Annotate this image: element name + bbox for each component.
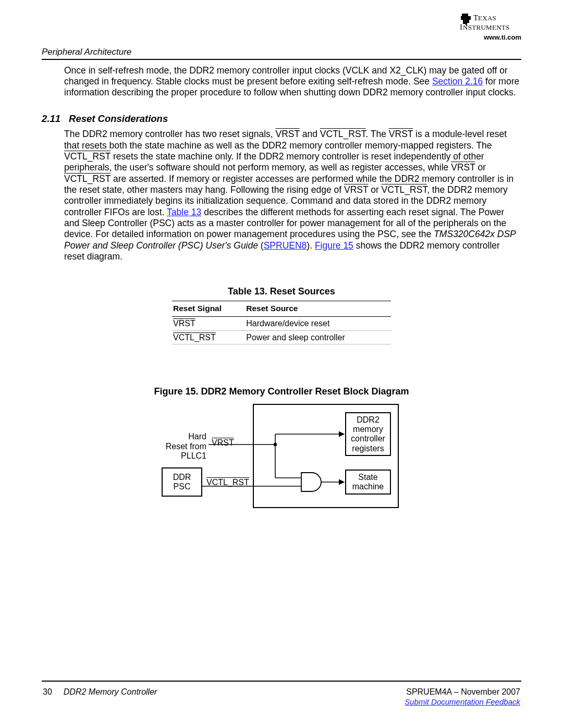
state-machine-box: State machine xyxy=(345,470,391,495)
svg-text:NSTRUMENTS: NSTRUMENTS xyxy=(463,23,510,31)
feedback-link[interactable]: Submit Documentation Feedback xyxy=(405,697,520,706)
vrst-label: VRST xyxy=(212,438,234,448)
svg-text:I: I xyxy=(460,23,462,31)
table-source-cell: Hardware/device reset xyxy=(245,317,391,331)
reset-block-diagram: DDR2 memory controller registers State m… xyxy=(162,402,401,511)
section-heading: 2.11 Reset Considerations xyxy=(42,113,521,125)
reset-sources-table: Reset Signal Reset Source VRST Hardware/… xyxy=(172,301,391,344)
table-signal-cell: VRST xyxy=(173,319,195,328)
table-signal-cell: VCTL_RST xyxy=(173,333,216,342)
footer-pub-id: SPRUEM4A – November 2007 xyxy=(405,687,520,697)
table-header-source: Reset Source xyxy=(245,301,391,317)
page-footer: 30 DDR2 Memory Controller SPRUEM4A – Nov… xyxy=(42,681,521,707)
vrst-signal: VRST xyxy=(276,129,300,139)
intro-paragraph: Once in self-refresh mode, the DDR2 memo… xyxy=(64,65,521,98)
ti-url: www.ti.com xyxy=(459,34,521,41)
reset-paragraph: The DDR2 memory controller has two reset… xyxy=(64,129,521,262)
section-label: Peripheral Architecture xyxy=(42,47,521,58)
page-number: 30 xyxy=(43,687,52,697)
table-13: Table 13. Reset Sources Reset Signal Res… xyxy=(172,286,391,344)
footer-doc-title: DDR2 Memory Controller xyxy=(64,687,157,697)
figure-15: Figure 15. DDR2 Memory Controller Reset … xyxy=(42,386,521,511)
vctl-rst-label: VCTL_RST xyxy=(206,478,249,487)
ddr2-registers-box: DDR2 memory controller registers xyxy=(345,412,391,456)
vctl-rst-signal: VCTL_RST xyxy=(320,129,366,139)
page-header: T EXAS I NSTRUMENTS www.ti.com xyxy=(42,13,521,42)
table-header-signal: Reset Signal xyxy=(172,301,245,317)
ddr-psc-box: DDR PSC xyxy=(162,467,202,497)
footer-rule xyxy=(42,681,521,682)
svg-text:EXAS: EXAS xyxy=(478,14,496,22)
svg-text:T: T xyxy=(473,14,478,22)
figure-15-link[interactable]: Figure 15 xyxy=(315,240,353,251)
table-row: VRST Hardware/device reset xyxy=(172,317,391,331)
ti-logo-svg: T EXAS I NSTRUMENTS xyxy=(459,13,521,33)
header-rule xyxy=(42,59,521,60)
section-2-16-link[interactable]: Section 2.16 xyxy=(432,76,483,87)
table-caption: Table 13. Reset Sources xyxy=(172,286,391,298)
table-source-cell: Power and sleep controller xyxy=(245,330,391,344)
spruen8-link[interactable]: SPRUEN8 xyxy=(264,240,307,251)
ti-logo: T EXAS I NSTRUMENTS www.ti.com xyxy=(459,13,521,41)
section-number: 2.11 xyxy=(42,113,60,125)
hard-reset-label: Hard Reset from PLLC1 xyxy=(160,432,206,461)
figure-caption: Figure 15. DDR2 Memory Controller Reset … xyxy=(42,386,521,398)
section-title: Reset Considerations xyxy=(69,113,168,125)
table-13-link[interactable]: Table 13 xyxy=(167,207,201,217)
table-row: VCTL_RST Power and sleep controller xyxy=(172,330,391,344)
